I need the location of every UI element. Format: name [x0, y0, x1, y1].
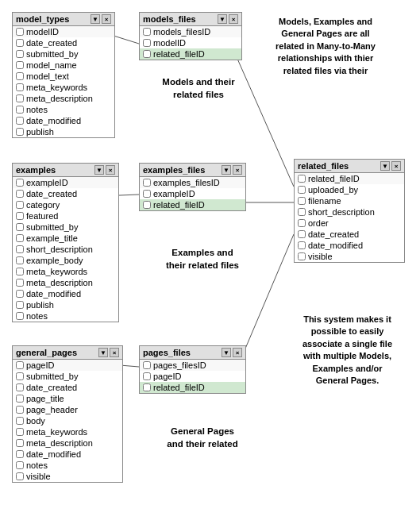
field-ef-id: examples_filesID	[140, 177, 245, 188]
field-ex-submitted-by: submitted_by	[13, 222, 118, 233]
field-pf-related: related_fileID	[140, 382, 245, 393]
field-gp-submitted: submitted_by	[13, 371, 122, 382]
field-ef-related: related_fileID	[140, 199, 245, 210]
field-ex-featured: featured	[13, 210, 118, 222]
table-general-pages: general_pages ▼ × pageID submitted_by da…	[12, 345, 123, 483]
field-gp-meta-kw: meta_keywords	[13, 426, 122, 437]
field-gp-pageid: pageID	[13, 360, 122, 371]
close-btn-examples-files[interactable]: ×	[233, 165, 242, 175]
field-ex-category: category	[13, 199, 118, 210]
table-header-examples-files: examples_files ▼ ×	[140, 164, 245, 177]
field-ex-meta-desc: meta_description	[13, 277, 118, 288]
field-meta-keywords: meta_keywords	[13, 82, 114, 93]
field-gp-notes: notes	[13, 460, 122, 471]
annotation-examples: Examples andtheir related files	[147, 246, 258, 272]
field-date-modified: date_modified	[13, 115, 114, 126]
field-gp-body: body	[13, 415, 122, 426]
field-mf-modelid: modelID	[140, 37, 241, 48]
field-ex-notes: notes	[13, 310, 118, 322]
field-rf-filename: filename	[295, 195, 404, 206]
minimize-btn-general-pages[interactable]: ▼	[98, 348, 108, 357]
close-btn-general-pages[interactable]: ×	[110, 348, 119, 357]
table-header-models-files: models_files ▼ ×	[140, 13, 241, 26]
field-ex-publish: publish	[13, 299, 118, 310]
field-ex-title: example_title	[13, 233, 118, 244]
diagram-container: model_types ▼ × modelID date_created sub…	[0, 0, 420, 524]
table-examples: examples ▼ × exampleID date_created cate…	[12, 163, 119, 322]
table-title-models-files: models_files	[143, 14, 196, 24]
field-gp-page-header: page_header	[13, 404, 122, 415]
table-pages-files: pages_files ▼ × pages_filesID pageID rel…	[139, 345, 246, 394]
field-rf-date-created: date_created	[295, 229, 404, 240]
field-date-created: date_created	[13, 37, 114, 48]
close-btn-models-files[interactable]: ×	[229, 14, 238, 24]
close-btn-examples[interactable]: ×	[106, 165, 115, 175]
minimize-btn-model-types[interactable]: ▼	[91, 14, 100, 24]
field-ex-short-desc: short_description	[13, 244, 118, 255]
table-header-related-files: related_files ▼ ×	[295, 160, 404, 173]
field-ex-body: example_body	[13, 255, 118, 266]
minimize-btn-pages-files[interactable]: ▼	[222, 348, 231, 357]
field-rf-uploaded-by: uploaded_by	[295, 184, 404, 195]
table-header-examples: examples ▼ ×	[13, 164, 118, 177]
field-gp-date-created: date_created	[13, 382, 122, 393]
field-ef-exampleid: exampleID	[140, 188, 245, 199]
close-btn-model-types[interactable]: ×	[102, 14, 111, 24]
field-publish: publish	[13, 126, 114, 137]
table-related-files: related_files ▼ × related_fileID uploade…	[294, 159, 405, 263]
table-title-examples: examples	[16, 165, 56, 175]
field-gp-page-title: page_title	[13, 393, 122, 404]
table-header-model-types: model_types ▼ ×	[13, 13, 114, 26]
field-notes: notes	[13, 104, 114, 115]
field-submitted-by: submitted_by	[13, 48, 114, 60]
field-gp-visible: visible	[13, 471, 122, 482]
table-header-general-pages: general_pages ▼ ×	[13, 346, 122, 360]
table-title-model-types: model_types	[16, 14, 69, 24]
table-models-files: models_files ▼ × models_filesID modelID …	[139, 12, 242, 60]
field-model-name: model_name	[13, 60, 114, 71]
minimize-btn-examples[interactable]: ▼	[94, 165, 104, 175]
field-meta-description: meta_description	[13, 93, 114, 104]
field-ex-date-created: date_created	[13, 188, 118, 199]
table-title-general-pages: general_pages	[16, 348, 77, 357]
annotation-bottom-right: This system makes itpossible to easilyas…	[282, 314, 413, 387]
field-ex-meta-kw: meta_keywords	[13, 266, 118, 277]
close-btn-related-files[interactable]: ×	[391, 161, 401, 171]
field-ex-date-mod: date_modified	[13, 288, 118, 299]
field-rf-id: related_fileID	[295, 173, 404, 184]
minimize-btn-related-files[interactable]: ▼	[380, 161, 390, 171]
field-model-text: model_text	[13, 71, 114, 82]
table-header-pages-files: pages_files ▼ ×	[140, 346, 245, 360]
field-rf-order: order	[295, 218, 404, 229]
table-title-pages-files: pages_files	[143, 348, 191, 357]
field-rf-short-desc: short_description	[295, 206, 404, 218]
table-model-types: model_types ▼ × modelID date_created sub…	[12, 12, 115, 138]
field-gp-date-mod: date_modified	[13, 449, 122, 460]
minimize-btn-examples-files[interactable]: ▼	[222, 165, 231, 175]
field-mf-related: related_fileID	[140, 48, 241, 60]
field-modelID: modelID	[13, 26, 114, 37]
table-examples-files: examples_files ▼ × examples_filesID exam…	[139, 163, 246, 211]
annotation-top-right: Models, Examples andGeneral Pages are al…	[242, 16, 409, 77]
field-pf-id: pages_filesID	[140, 360, 245, 371]
field-exampleID: exampleID	[13, 177, 118, 188]
table-title-related-files: related_files	[298, 161, 349, 171]
annotation-general-pages: General Pagesand their related	[147, 425, 258, 450]
field-pf-pageid: pageID	[140, 371, 245, 382]
field-rf-date-modified: date_modified	[295, 240, 404, 251]
field-mf-id: models_filesID	[140, 26, 241, 37]
close-btn-pages-files[interactable]: ×	[233, 348, 242, 357]
minimize-btn-models-files[interactable]: ▼	[218, 14, 227, 24]
field-gp-meta-desc: meta_description	[13, 437, 122, 449]
field-rf-visible: visible	[295, 251, 404, 262]
annotation-models: Models and theirrelated files	[147, 75, 250, 101]
table-title-examples-files: examples_files	[143, 165, 205, 175]
